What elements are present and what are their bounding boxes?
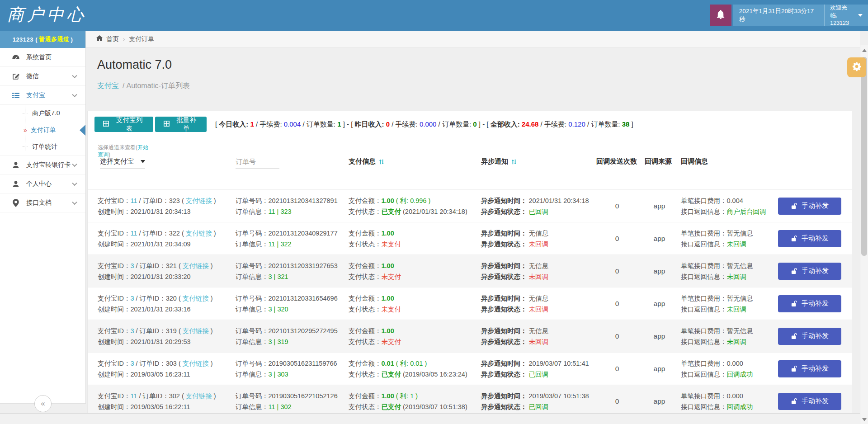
sidebar-item-personal-center[interactable]: 个人中心 (0, 174, 85, 193)
chevron-down-icon (72, 161, 77, 166)
order-no-label: 订单号码： (236, 197, 269, 204)
alipay-breadcrumb-link[interactable]: 支付宝 (97, 82, 119, 90)
pay-link[interactable]: 支付链接 (183, 360, 209, 367)
page-crumb-current: Automatic-订单列表 (126, 82, 189, 90)
order-no-label: 订单号码： (236, 360, 269, 367)
notify-status-value: 未回调 (527, 273, 549, 280)
notifications-button[interactable] (710, 5, 731, 26)
notify-time-value: 2019/03/07 10:51:38 (527, 392, 589, 400)
fee-value: 暂无信息 (727, 230, 753, 237)
order-id-label: 订单ID： (143, 230, 169, 237)
callback-count-cell: 0 (596, 397, 638, 405)
scroll-down-arrow[interactable] (862, 418, 867, 421)
batch-reorder-button[interactable]: 批量补单 (155, 117, 207, 132)
order-number-cell: 订单号码：2019030516231159766订单信息：3 | 303 (236, 358, 349, 380)
order-row-319: 支付宝ID：3 / 订单ID：319 ( 支付链接 )创建时间：2021/01/… (88, 320, 852, 352)
callback-count-cell: 0 (596, 267, 638, 275)
sort-icon[interactable] (378, 159, 385, 165)
user-menu-button[interactable]: 欢迎光临, 123123 (824, 5, 868, 26)
manual-resend-button[interactable]: 手动补发 (778, 393, 841, 410)
order-id-label: 订单ID： (140, 360, 166, 367)
sidebar-item-label: 个人中心 (26, 180, 52, 188)
pay-link[interactable]: 支付链接 (183, 262, 209, 269)
manual-resend-button[interactable]: 手动补发 (778, 198, 841, 215)
stat-fee-value: 0.120 (568, 120, 585, 128)
tree-stub-icon (23, 113, 28, 113)
unlock-icon (791, 300, 797, 307)
amount-value: 1.00 (382, 197, 394, 204)
manual-resend-button[interactable]: 手动补发 (778, 230, 841, 247)
pay-link[interactable]: 支付链接 (186, 392, 212, 400)
sidebar-item-alipay-to-bank[interactable]: 支付宝转银行卡 (0, 155, 85, 174)
order-info-label: 订单信息： (236, 371, 269, 378)
actions-cell: 手动补发 (777, 328, 852, 345)
sidebar-item-pay-orders[interactable]: »支付订单 (0, 122, 85, 138)
manual-resend-button[interactable]: 手动补发 (778, 360, 841, 377)
pay-link[interactable]: 支付链接 (186, 197, 212, 204)
notify-time-value: 无信息 (527, 262, 549, 269)
scrollbar-thumb[interactable] (861, 57, 867, 256)
column-header-3: 回调来源 (645, 157, 672, 166)
stat-income-value: 1 (250, 120, 254, 128)
callback-source-cell: app (638, 202, 681, 210)
sidebar-item-wechat[interactable]: 微信 (0, 67, 85, 86)
alipay-id-label: 支付宝ID： (98, 327, 131, 334)
stats-group-1: [ 昨日收入: 0 / 手续费: 0.000 / 订单数量: 0 ] (351, 120, 481, 128)
sidebar-submenu-alipay: 商户版7.0»支付订单订单统计 (0, 105, 85, 155)
order-number-input[interactable] (236, 155, 279, 169)
scroll-up-arrow[interactable] (862, 49, 867, 52)
sidebar-item-label: 订单统计 (32, 143, 57, 151)
sidebar-item-api-docs[interactable]: 接口文档 (0, 193, 85, 212)
callback-count-cell: 0 (596, 202, 638, 210)
notify-status-value: 已回调 (527, 371, 549, 378)
status-value: 已支付 (382, 371, 401, 378)
callback-source-cell: app (638, 332, 681, 340)
pay-link[interactable]: 支付链接 (183, 295, 209, 302)
ret-value: 未回调 (727, 240, 747, 248)
payment-info-cell: 支付金额：1.00 ( 利: 1 )支付状态：已支付 (2019/03/07 1… (349, 391, 481, 412)
stat-income-value: 0 (386, 120, 390, 128)
chevron-down-icon (72, 73, 77, 78)
sidebar-item-alipay[interactable]: 支付宝 (0, 86, 85, 105)
fee-label: 单笔接口费用： (681, 392, 727, 400)
notify-cell: 异步通知时间： 2021/01/31 20:34:18异步通知状态： 已回调 (481, 195, 596, 217)
sidebar-item-system-home[interactable]: 系统首页 (0, 48, 85, 67)
fee-value: 暂无信息 (727, 262, 753, 269)
status-value: 未支付 (382, 273, 401, 280)
sidebar-item-merchant-v7[interactable]: 商户版7.0 (0, 105, 85, 122)
sort-icon[interactable] (511, 159, 517, 165)
alipay-id-value: 11 (131, 230, 137, 237)
sidebar-collapse-button[interactable]: « (34, 395, 52, 412)
order-id-value: 320 (166, 295, 179, 302)
breadcrumb-home-link[interactable]: 首页 (96, 35, 119, 43)
order-id-label: 订单ID： (140, 262, 166, 269)
amount-label: 支付金额： (349, 327, 382, 334)
notify-status-label: 异步通知状态： (481, 371, 527, 378)
notify-status-label: 异步通知状态： (481, 240, 527, 248)
notify-status-value: 已回调 (527, 208, 549, 215)
pay-link[interactable]: 支付链接 (183, 327, 209, 334)
callback-count-cell: 0 (596, 332, 638, 340)
manual-resend-label: 手动补发 (802, 234, 829, 243)
order-id-value: 303 (166, 360, 179, 367)
manual-resend-button[interactable]: 手动补发 (778, 263, 841, 280)
edit-icon (12, 72, 20, 80)
order-info-label: 订单信息： (236, 240, 269, 248)
order-number-cell: 订单号码：2021013120295272495订单信息：3 | 319 (236, 325, 349, 347)
order-id-label: 订单ID： (140, 295, 166, 302)
sidebar-item-order-stats[interactable]: 订单统计 (0, 138, 85, 155)
status-label: 支付状态： (349, 403, 382, 410)
manual-resend-button[interactable]: 手动补发 (778, 328, 841, 345)
alipay-id-label: 支付宝ID： (98, 360, 131, 367)
settings-gear-button[interactable] (847, 57, 866, 77)
top-header: 商户中心 2021年1月31日20时33分17秒 欢迎光临, 123123 (0, 0, 868, 31)
callback-count-cell: 0 (596, 235, 638, 243)
manual-resend-button[interactable]: 手动补发 (778, 295, 841, 312)
alipay-list-button[interactable]: 支付宝列表 (94, 117, 153, 132)
notify-time-value: 2021/01/31 20:34:18 (527, 197, 589, 204)
notify-time-value: 2019/03/07 10:51:41 (527, 360, 589, 367)
created-value: 2019/03/05 16:22:11 (131, 403, 190, 410)
actions-cell: 手动补发 (777, 360, 852, 377)
pay-link[interactable]: 支付链接 (186, 230, 212, 237)
ret-value: 未回调 (727, 338, 747, 345)
